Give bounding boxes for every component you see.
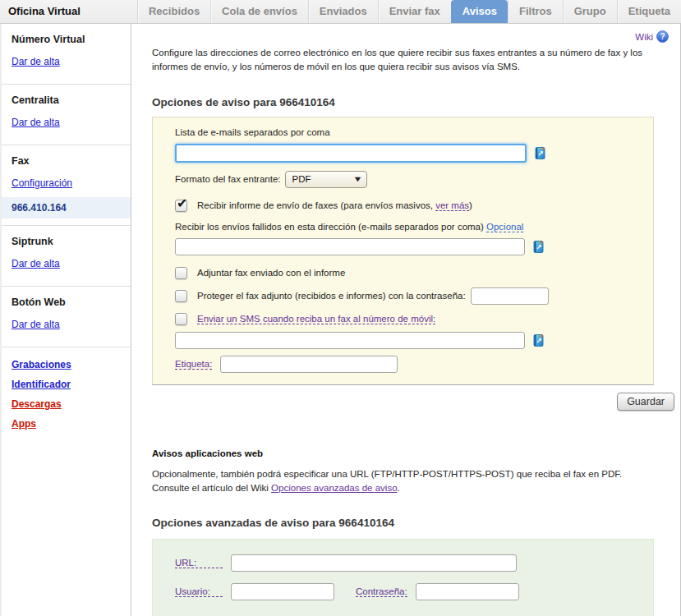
- address-book-icon[interactable]: [532, 241, 545, 253]
- sidebar-link-configuracion[interactable]: Configuración: [12, 177, 121, 189]
- address-book-icon[interactable]: [532, 334, 545, 347]
- intro-text: Configure las direcciones de correo elec…: [152, 46, 656, 75]
- opciones-avanzadas-link[interactable]: Opciones avanzadas de aviso: [271, 483, 397, 493]
- failed-sends-label: Recibir los envíos fallidos en esta dire…: [175, 222, 653, 232]
- section-title: Centralita: [12, 94, 121, 106]
- app-title: Oficina Virtual: [0, 0, 137, 23]
- usuario-input[interactable]: [231, 583, 334, 600]
- section-title: Fax: [12, 155, 121, 167]
- webapps-text: Opcionalmente, también podrá especificar…: [152, 467, 656, 496]
- sidebar-link-apps[interactable]: Apps: [12, 418, 121, 430]
- attach-fax-label: Adjuntar fax enviado con el informe: [197, 268, 345, 278]
- sms-checkbox[interactable]: [175, 313, 187, 325]
- help-icon[interactable]: ?: [656, 30, 669, 43]
- opcional-link[interactable]: Opcional: [486, 222, 523, 232]
- sidebar-link-dar-de-alta-centralita[interactable]: Dar de alta: [12, 117, 121, 128]
- address-book-icon[interactable]: [534, 147, 546, 159]
- report-checkbox[interactable]: [175, 200, 187, 212]
- sidebar-section-boton-web: Botón Web Dar de alta: [2, 287, 131, 347]
- sidebar-section-fax: Fax Configuración 966.410.164: [2, 145, 131, 226]
- sidebar-link-dar-de-alta-siptrunk[interactable]: Dar de alta: [12, 258, 121, 269]
- advanced-options-panel: URL: Usuario: Contraseña:: [152, 539, 654, 616]
- sms-number-input[interactable]: [175, 332, 525, 349]
- section-title: Siptrunk: [12, 236, 121, 247]
- sidebar-link-descargas[interactable]: Descargas: [12, 398, 121, 410]
- contrasena-label-link[interactable]: Contraseña:: [356, 586, 407, 597]
- format-selected-value: PDF: [292, 174, 311, 184]
- svg-text:?: ?: [660, 32, 665, 41]
- oficina-virtual-window: Oficina Virtual Recibidos Cola de envíos…: [0, 0, 681, 616]
- notice-options-panel: Lista de e-mails separados por coma: [152, 117, 654, 385]
- usuario-label-link[interactable]: Usuario:: [175, 586, 223, 597]
- failed-sends-input[interactable]: [175, 238, 525, 255]
- tab-bar: Recibidos Cola de envíos Enviados Enviar…: [137, 0, 681, 23]
- etiqueta-input[interactable]: [220, 356, 398, 373]
- ver-mas-link[interactable]: ver más: [435, 200, 469, 211]
- format-select[interactable]: PDF ▼: [285, 171, 367, 188]
- tab-avisos[interactable]: Avisos: [451, 0, 508, 23]
- tab-filtros[interactable]: Filtros: [508, 0, 563, 23]
- contrasena-input[interactable]: [416, 583, 519, 600]
- tab-enviados[interactable]: Enviados: [308, 0, 378, 23]
- protect-fax-checkbox[interactable]: [175, 290, 187, 302]
- tab-grupo[interactable]: Grupo: [563, 0, 617, 23]
- protect-password-input[interactable]: [471, 287, 549, 305]
- etiqueta-label-link[interactable]: Etiqueta:: [175, 359, 212, 370]
- sidebar-section-numero-virtual: Número Virtual Dar de alta: [2, 24, 131, 85]
- section-title: Botón Web: [12, 297, 121, 308]
- attach-fax-checkbox[interactable]: [175, 267, 187, 279]
- tab-enviar-fax[interactable]: Enviar fax: [378, 0, 451, 23]
- protect-fax-label: Proteger el fax adjunto (recibidos e inf…: [197, 291, 466, 301]
- sidebar-section-centralita: Centralita Dar de alta: [2, 85, 131, 145]
- url-label-link[interactable]: URL:: [175, 558, 223, 568]
- main-content: Wiki ? Configure las direcciones de corr…: [131, 24, 681, 616]
- report-label: Recibir informe de envío de faxes (para …: [197, 200, 472, 210]
- wiki-label[interactable]: Wiki: [635, 32, 653, 42]
- sidebar-link-grabaciones[interactable]: Grabaciones: [12, 359, 121, 370]
- sidebar-link-dar-de-alta-boton-web[interactable]: Dar de alta: [12, 319, 121, 330]
- sidebar-link-dar-de-alta-numero[interactable]: Dar de alta: [12, 56, 121, 67]
- tab-cola-de-envios[interactable]: Cola de envíos: [210, 0, 308, 23]
- sidebar-section-siptrunk: Siptrunk Dar de alta: [2, 226, 131, 287]
- chevron-down-icon: ▼: [352, 175, 362, 183]
- sidebar-item-fax-number-selected[interactable]: 966.410.164: [2, 197, 131, 218]
- url-input[interactable]: [231, 554, 517, 572]
- notice-options-heading: Opciones de aviso para 966410164: [152, 96, 680, 108]
- save-button[interactable]: Guardar: [617, 393, 674, 411]
- sidebar: Número Virtual Dar de alta Centralita Da…: [0, 24, 131, 616]
- email-list-label: Lista de e-mails separados por coma: [175, 127, 653, 137]
- webapps-heading: Avisos aplicaciones web: [152, 448, 680, 458]
- section-title: Número Virtual: [12, 34, 121, 45]
- format-label: Formato del fax entrante:: [175, 174, 280, 184]
- email-list-input[interactable]: [175, 144, 527, 163]
- top-bar: Oficina Virtual Recibidos Cola de envíos…: [0, 0, 681, 24]
- sms-label-link[interactable]: Enviar un SMS cuando reciba un fax al nú…: [197, 314, 435, 324]
- sidebar-link-identificador[interactable]: Identificador: [12, 379, 121, 390]
- tab-recibidos[interactable]: Recibidos: [137, 0, 210, 23]
- wiki-link[interactable]: Wiki ?: [635, 30, 669, 43]
- sidebar-footer-links: Grabaciones Identificador Descargas Apps: [2, 347, 131, 449]
- tab-etiqueta[interactable]: Etiqueta: [617, 0, 681, 23]
- advanced-options-heading: Opciones avanzadas de aviso para 9664101…: [152, 517, 680, 529]
